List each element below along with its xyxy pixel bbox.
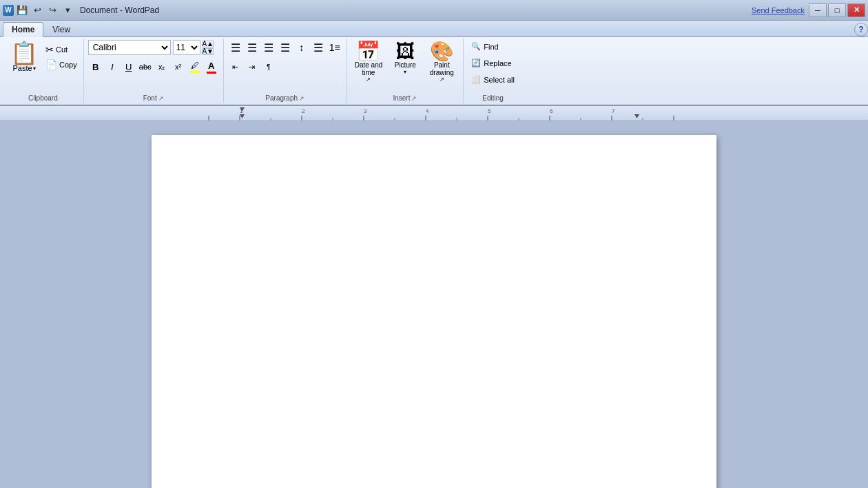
paragraph-group: ☰ ☰ ☰ ☰ ↕ ☰ 1≡ ⇤ ⇥ ¶ Paragraph ↗ (224, 39, 347, 103)
copy-button[interactable]: 📄 Copy (43, 58, 79, 72)
insert-group-content: 📅 Date andtime ↗ 🖼 Picture ▾ 🎨 Paintdraw… (351, 40, 459, 93)
paragraph-group-content: ☰ ☰ ☰ ☰ ↕ ☰ 1≡ ⇤ ⇥ ¶ (228, 40, 342, 93)
align-center-button[interactable]: ☰ (245, 40, 260, 55)
tab-view[interactable]: View (43, 22, 79, 36)
align-right-button[interactable]: ☰ (261, 40, 276, 55)
find-icon: 🔍 (471, 42, 481, 51)
ribbon: 📋 Paste ▾ ✂ Cut 📄 Copy Clipboard (0, 37, 868, 106)
line-spacing-button[interactable]: ↕ (294, 40, 309, 55)
insert-group-label: Insert ↗ (351, 93, 459, 102)
svg-text:3: 3 (364, 108, 367, 114)
strikethrough-button[interactable]: abc (138, 59, 153, 74)
font-group: Calibri Arial Times New Roman 8910 11121… (84, 39, 224, 103)
tab-home[interactable]: Home (3, 22, 43, 37)
copy-label: Copy (59, 61, 77, 69)
highlight-icon: 🖊 (191, 61, 199, 70)
paragraph-settings-button[interactable]: ¶ (261, 59, 276, 74)
picture-button[interactable]: 🖼 Picture ▾ (388, 40, 422, 77)
font-group-label: Font ↗ (88, 93, 219, 102)
paragraph-group-expand-icon[interactable]: ↗ (299, 95, 304, 102)
undo-button[interactable]: ↩ (30, 3, 44, 17)
clipboard-content: 📋 Paste ▾ ✂ Cut 📄 Copy (7, 40, 79, 93)
replace-icon: 🔄 (471, 59, 481, 67)
redo-button[interactable]: ↪ (45, 3, 59, 17)
date-time-expand: ↗ (366, 76, 371, 83)
cut-button[interactable]: ✂ Cut (43, 43, 79, 56)
find-label: Find (484, 43, 498, 51)
paste-dropdown-icon: ▾ (33, 65, 36, 72)
send-feedback-link[interactable]: Send Feedback (752, 6, 805, 14)
align-justify-button[interactable]: ☰ (278, 40, 293, 55)
ruler: 1 2 3 4 5 6 7 (0, 106, 868, 121)
paste-button[interactable]: 📋 Paste ▾ (7, 40, 41, 74)
quick-access-toolbar: W 💾 ↩ ↪ ▾ (3, 3, 74, 17)
increase-indent-button[interactable]: ⇥ (245, 59, 260, 74)
svg-text:5: 5 (488, 108, 491, 114)
paragraph-align-row: ☰ ☰ ☰ ☰ ↕ ☰ 1≡ (228, 40, 342, 55)
date-time-label: Date andtime (355, 61, 383, 76)
numbered-list-button[interactable]: 1≡ (327, 40, 342, 55)
select-all-button[interactable]: ⬜ Select all (468, 73, 518, 86)
main-content-area (0, 121, 868, 488)
subscript-button[interactable]: x₂ (154, 59, 169, 74)
replace-label: Replace (484, 59, 511, 67)
insert-group-expand-icon[interactable]: ↗ (411, 95, 417, 102)
font-group-content: Calibri Arial Times New Roman 8910 11121… (88, 40, 219, 93)
document-page[interactable] (152, 135, 716, 488)
font-size-buttons: A▲ A▼ (203, 41, 214, 55)
find-button[interactable]: 🔍 Find (468, 40, 502, 53)
clipboard-group-label: Clipboard (7, 93, 79, 102)
paint-drawing-icon: 🎨 (430, 42, 454, 61)
picture-expand: ▾ (404, 69, 406, 75)
italic-button[interactable]: I (105, 59, 120, 74)
highlight-color-button[interactable]: 🖊 (187, 59, 203, 74)
restore-button[interactable]: □ (828, 3, 846, 17)
select-all-icon: ⬜ (471, 75, 481, 84)
svg-text:4: 4 (426, 108, 429, 114)
picture-icon: 🖼 (395, 42, 415, 61)
svg-text:7: 7 (612, 108, 615, 114)
customize-quick-access-button[interactable]: ▾ (61, 3, 74, 17)
ribbon-help-button[interactable]: ? (854, 23, 868, 36)
bullet-list-button[interactable]: ☰ (311, 40, 326, 55)
paragraph-indent-row: ⇤ ⇥ ¶ (228, 59, 276, 74)
ruler-inner: 1 2 3 4 5 6 7 (150, 106, 868, 120)
ruler-right-indent[interactable] (634, 114, 639, 118)
align-left-button[interactable]: ☰ (228, 40, 243, 55)
ribbon-tabs: Home View ? (0, 21, 868, 37)
paint-drawing-button[interactable]: 🎨 Paintdrawing ↗ (424, 40, 459, 85)
decrease-indent-button[interactable]: ⇤ (228, 59, 243, 74)
ruler-svg: 1 2 3 4 5 6 7 (150, 106, 868, 121)
select-all-label: Select all (484, 76, 515, 84)
font-group-expand-icon[interactable]: ↗ (158, 95, 164, 102)
decrease-font-size-button[interactable]: A▼ (203, 48, 214, 55)
svg-text:6: 6 (550, 108, 553, 114)
increase-font-size-button[interactable]: A▲ (203, 41, 214, 47)
picture-label: Picture (395, 61, 416, 69)
cut-icon: ✂ (45, 44, 54, 55)
highlight-color-swatch (190, 71, 200, 73)
close-button[interactable]: ✕ (847, 3, 865, 17)
font-color-button[interactable]: A (204, 59, 219, 74)
copy-icon: 📄 (45, 59, 57, 70)
date-time-button[interactable]: 📅 Date andtime ↗ (351, 40, 386, 85)
editing-group: 🔍 Find 🔄 Replace ⬜ Select all Editing (464, 39, 522, 103)
underline-button[interactable]: U (121, 59, 136, 74)
minimize-button[interactable]: ─ (809, 3, 827, 17)
font-size-select[interactable]: 8910 111214 16182436 (173, 40, 200, 55)
paint-drawing-label: Paintdrawing (430, 61, 454, 76)
ruler-left-indent[interactable] (240, 114, 245, 118)
font-name-select[interactable]: Calibri Arial Times New Roman (88, 40, 171, 55)
font-color-icon: A (208, 61, 214, 71)
svg-text:1: 1 (240, 108, 243, 114)
insert-group: 📅 Date andtime ↗ 🖼 Picture ▾ 🎨 Paintdraw… (347, 39, 464, 103)
svg-text:2: 2 (302, 108, 305, 114)
title-bar-left: W 💾 ↩ ↪ ▾ Document - WordPad (3, 3, 159, 17)
superscript-button[interactable]: x² (171, 59, 186, 74)
clipboard-sub-buttons: ✂ Cut 📄 Copy (43, 40, 79, 72)
replace-button[interactable]: 🔄 Replace (468, 56, 515, 70)
bold-button[interactable]: B (88, 59, 103, 74)
editing-group-content: 🔍 Find 🔄 Replace ⬜ Select all (468, 40, 518, 93)
save-button[interactable]: 💾 (15, 3, 29, 17)
font-top-row: Calibri Arial Times New Roman 8910 11121… (88, 40, 214, 55)
